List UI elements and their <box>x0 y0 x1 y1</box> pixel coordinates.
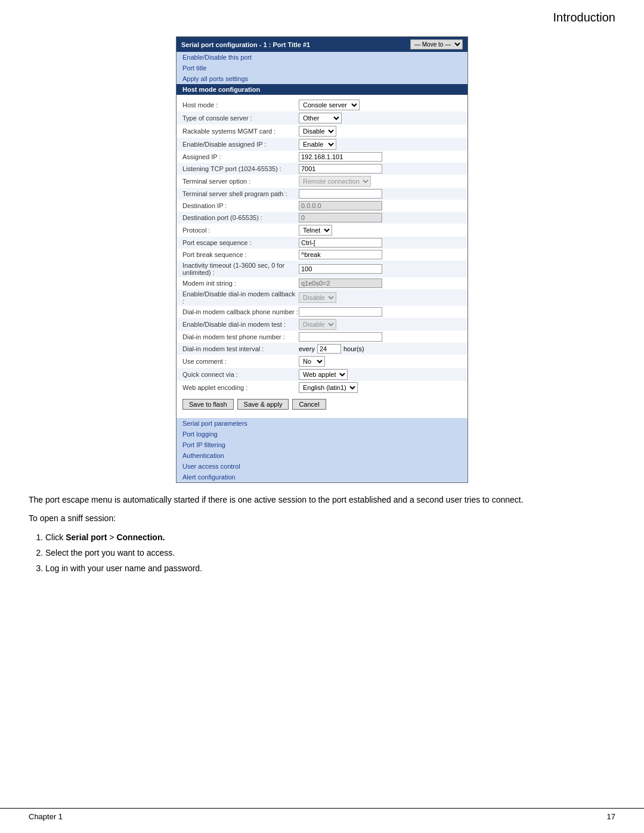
label-test-interval: Dial-in modem test interval : <box>182 345 299 352</box>
section-header: Host mode configuration <box>177 84 467 95</box>
row-dialin-test: Enable/Disable dial-in modem test : Disa… <box>177 318 467 331</box>
nav-link-apply-all[interactable]: Apply all ports settings <box>177 73 467 84</box>
nav-link-port-ip-filtering[interactable]: Port IP filtering <box>177 439 467 450</box>
select-dialin-callback[interactable]: Disable Enable <box>299 292 336 303</box>
footer-right: 17 <box>607 812 615 821</box>
ctrl-web-encoding: English (latin1) UTF-8 <box>299 382 462 393</box>
select-console-type[interactable]: Other Cyclades Digi <box>299 113 342 123</box>
row-web-encoding: Web applet encoding : English (latin1) U… <box>177 381 467 394</box>
select-dialin-test[interactable]: Disable Enable <box>299 319 336 330</box>
input-shell-path[interactable] <box>299 189 382 199</box>
button-row: Save to flash Save & apply Cancel <box>177 394 467 414</box>
label-escape-seq: Port escape sequence : <box>182 239 299 246</box>
step-2: Select the port you want to access. <box>45 546 615 561</box>
select-rackable[interactable]: Disable Enable <box>299 126 336 137</box>
nav-link-user-access[interactable]: User access control <box>177 461 467 472</box>
bottom-nav-links: Serial port parameters Port logging Port… <box>177 418 467 482</box>
select-terminal-option[interactable]: Remote connection Local <box>299 176 371 187</box>
row-host-mode: Host mode : Console server Terminal serv… <box>177 98 467 112</box>
row-test-phone: Dial-in modem test phone number : <box>177 331 467 343</box>
row-inactivity: Inactivity timeout (1-3600 sec, 0 for un… <box>177 261 467 277</box>
body-text: The port escape menu is automatically st… <box>29 494 615 575</box>
panel-header: Serial port configuration - 1 : Port Tit… <box>177 37 467 52</box>
input-test-phone[interactable] <box>299 332 382 342</box>
select-protocol[interactable]: Telnet SSH Raw <box>299 225 332 236</box>
select-assigned-ip-toggle[interactable]: Enable Disable <box>299 139 336 150</box>
ctrl-shell-path <box>299 189 462 199</box>
label-modem-init: Modem init string : <box>182 280 299 287</box>
row-console-type: Type of console server : Other Cyclades … <box>177 112 467 125</box>
select-use-comment[interactable]: No Yes <box>299 356 325 367</box>
input-destination-ip[interactable] <box>299 201 382 210</box>
nav-link-port-logging[interactable]: Port logging <box>177 429 467 439</box>
nav-link-port-title[interactable]: Port title <box>177 63 467 73</box>
label-protocol: Protocol : <box>182 227 299 234</box>
row-use-comment: Use comment : No Yes <box>177 355 467 368</box>
input-tcp-port[interactable] <box>299 164 382 174</box>
save-apply-button[interactable]: Save & apply <box>237 399 289 410</box>
ctrl-dialin-test: Disable Enable <box>299 319 462 330</box>
ctrl-test-phone <box>299 332 462 342</box>
label-quick-connect: Quick connect via : <box>182 371 299 378</box>
save-flash-button[interactable]: Save to flash <box>182 399 234 410</box>
label-inactivity: Inactivity timeout (1-3600 sec, 0 for un… <box>182 262 299 276</box>
ctrl-rackable: Disable Enable <box>299 126 462 137</box>
label-test-phone: Dial-in modem test phone number : <box>182 333 299 340</box>
row-terminal-option: Terminal server option : Remote connecti… <box>177 175 467 188</box>
select-host-mode[interactable]: Console server Terminal server Dial-in m… <box>299 100 360 110</box>
body-paragraph: The port escape menu is automatically st… <box>29 494 615 506</box>
input-modem-init[interactable] <box>299 278 382 288</box>
input-inactivity[interactable] <box>299 264 382 274</box>
page-title: Introduction <box>0 0 644 30</box>
input-escape-seq[interactable] <box>299 238 382 247</box>
footer-left: Chapter 1 <box>29 812 63 821</box>
ctrl-protocol: Telnet SSH Raw <box>299 225 462 236</box>
select-web-encoding[interactable]: English (latin1) UTF-8 <box>299 382 358 393</box>
input-assigned-ip[interactable] <box>299 152 382 162</box>
row-test-interval: Dial-in modem test interval : every hour… <box>177 343 467 355</box>
ctrl-escape-seq <box>299 238 462 247</box>
label-dialin-callback: Enable/Disable dial-in modem callback : <box>182 290 299 305</box>
interval-suffix: hour(s) <box>343 345 364 352</box>
nav-link-authentication[interactable]: Authentication <box>177 450 467 461</box>
input-callback-number[interactable] <box>299 307 382 317</box>
nav-link-serial-params[interactable]: Serial port parameters <box>177 418 467 429</box>
label-dialin-test: Enable/Disable dial-in modem test : <box>182 321 299 328</box>
input-break-seq[interactable] <box>299 250 382 259</box>
row-quick-connect: Quick connect via : Web applet SSH Telne… <box>177 368 467 381</box>
label-destination-ip: Destination IP : <box>182 202 299 209</box>
ctrl-break-seq <box>299 250 462 259</box>
ctrl-modem-init <box>299 278 462 288</box>
ctrl-terminal-option: Remote connection Local <box>299 176 462 187</box>
label-web-encoding: Web applet encoding : <box>182 384 299 391</box>
ctrl-host-mode: Console server Terminal server Dial-in m… <box>299 100 462 110</box>
ctrl-destination-ip <box>299 201 462 210</box>
row-rackable: Rackable systems MGMT card : Disable Ena… <box>177 125 467 138</box>
label-use-comment: Use comment : <box>182 358 299 365</box>
row-tcp-port: Listening TCP port (1024-65535) : <box>177 163 467 175</box>
move-to-dropdown[interactable]: — Move to — <box>410 39 463 49</box>
label-shell-path: Terminal server shell program path : <box>182 190 299 197</box>
select-quick-connect[interactable]: Web applet SSH Telnet <box>299 369 348 380</box>
row-assigned-ip-toggle: Enable/Disable assigned IP : Enable Disa… <box>177 138 467 151</box>
title-text: Introduction <box>553 11 615 24</box>
row-shell-path: Terminal server shell program path : <box>177 188 467 200</box>
row-protocol: Protocol : Telnet SSH Raw <box>177 224 467 237</box>
nav-link-enable-disable[interactable]: Enable/Disable this port <box>177 52 467 63</box>
label-tcp-port: Listening TCP port (1024-65535) : <box>182 165 299 172</box>
label-assigned-ip: Assigned IP : <box>182 153 299 160</box>
steps-list: Click Serial port > Connection. Select t… <box>45 531 615 575</box>
row-dialin-callback: Enable/Disable dial-in modem callback : … <box>177 289 467 306</box>
ctrl-inactivity <box>299 264 462 274</box>
nav-link-alert-config[interactable]: Alert configuration <box>177 472 467 482</box>
interval-prefix: every <box>299 345 315 352</box>
label-callback-number: Dial-in modem callback phone number : <box>182 308 299 315</box>
input-test-interval[interactable] <box>317 344 341 354</box>
input-destination-port[interactable] <box>299 213 382 222</box>
row-destination-port: Destination port (0-65535) : <box>177 212 467 224</box>
cancel-button[interactable]: Cancel <box>292 399 326 410</box>
config-panel: Serial port configuration - 1 : Port Tit… <box>176 36 468 483</box>
ctrl-dialin-callback: Disable Enable <box>299 292 462 303</box>
ctrl-assigned-ip <box>299 152 462 162</box>
ctrl-tcp-port <box>299 164 462 174</box>
